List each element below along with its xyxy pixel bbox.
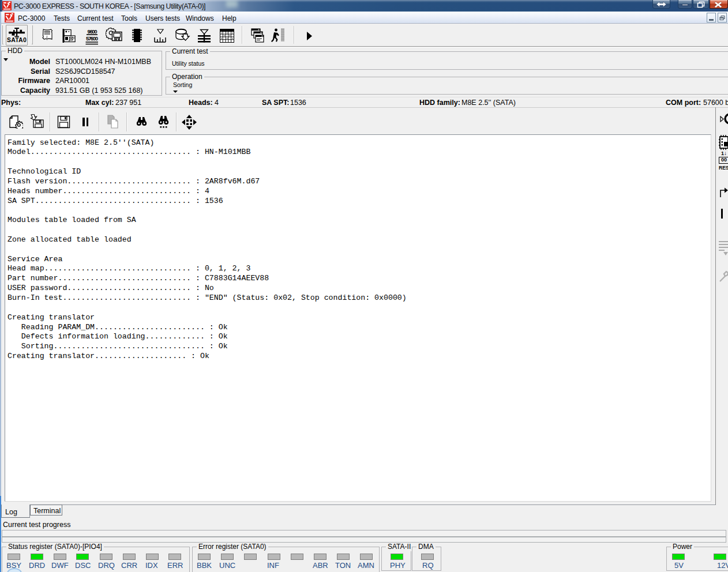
svg-text:9600: 9600	[88, 28, 97, 35]
svg-text:57600: 57600	[86, 35, 98, 42]
